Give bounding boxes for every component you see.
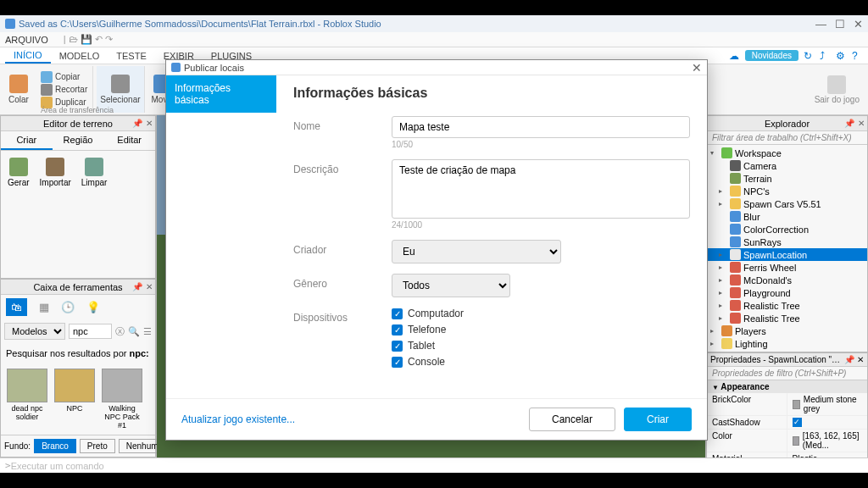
props-search-input[interactable]: Propriedades de filtro (Ctrl+Shift+P) bbox=[707, 366, 867, 380]
genre-select[interactable]: Todos bbox=[392, 274, 510, 297]
tree-node-sunrays[interactable]: SunRays bbox=[707, 236, 867, 248]
toolbox-tab-marketplace[interactable]: 🛍 bbox=[6, 298, 27, 316]
maximize-icon[interactable]: ☐ bbox=[835, 18, 845, 30]
toolbox-category-select[interactable]: Modelos bbox=[4, 323, 65, 340]
novidades-button[interactable]: Novidades bbox=[745, 50, 798, 61]
prop-row-material[interactable]: MaterialPlastic bbox=[707, 452, 867, 458]
tree-node-colorcorrection[interactable]: ColorCorrection bbox=[707, 223, 867, 236]
toolbox-item[interactable]: dead npc soldier bbox=[6, 369, 48, 430]
recortar-button[interactable]: Recortar bbox=[41, 84, 87, 96]
desc-input[interactable] bbox=[392, 159, 690, 219]
tree-node-npc-s[interactable]: ▸NPC's bbox=[707, 185, 867, 197]
pin-icon[interactable]: 📌 bbox=[844, 355, 854, 364]
panel-close-icon[interactable]: ✕ bbox=[146, 282, 153, 291]
settings-icon[interactable]: ⚙ bbox=[836, 50, 847, 61]
bg-branco-button[interactable]: Branco bbox=[34, 439, 76, 453]
genre-label: Gênero bbox=[293, 274, 378, 297]
terrain-importar-button[interactable]: Importar bbox=[40, 158, 71, 187]
prop-row-color[interactable]: Color[163, 162, 165] (Med... bbox=[707, 430, 867, 452]
minimize-icon[interactable]: — bbox=[815, 18, 826, 30]
publish-dialog: Publicar locais ✕ Informações básicas In… bbox=[165, 59, 708, 441]
tree-node-workspace[interactable]: ▾Workspace bbox=[707, 147, 867, 159]
tree-node-players[interactable]: ▸Players bbox=[707, 324, 867, 337]
device-console-checkbox[interactable]: ✓Console bbox=[392, 356, 690, 368]
creator-select[interactable]: Eu bbox=[392, 240, 561, 263]
qat-separator: | 🗁 💾 ↶ ↷ bbox=[64, 34, 113, 45]
toolbox-panel-header: Caixa de ferramentas 📌✕ bbox=[1, 280, 155, 295]
desc-counter: 24/1000 bbox=[392, 220, 690, 230]
devices-label: Dispositivos bbox=[293, 308, 378, 368]
refresh-icon[interactable]: ↻ bbox=[804, 50, 815, 61]
tree-node-blur[interactable]: Blur bbox=[707, 210, 867, 223]
panel-close-icon[interactable]: ✕ bbox=[857, 355, 864, 364]
prop-row-castshadow[interactable]: CastShadow✓ bbox=[707, 416, 867, 430]
creator-label: Criador bbox=[293, 240, 378, 263]
name-counter: 10/50 bbox=[392, 140, 690, 149]
tree-node-spawnlocation[interactable]: ▸SpawnLocation bbox=[707, 248, 867, 261]
tab-teste[interactable]: TESTE bbox=[108, 49, 154, 63]
tree-node-terrain[interactable]: Terrain bbox=[707, 172, 867, 185]
colar-button[interactable]: Colar bbox=[5, 66, 32, 113]
explorer-tree: ▾WorkspaceCameraTerrain▸NPC's▸Spawn Cars… bbox=[707, 145, 867, 352]
explorer-panel-header: Explorador 📌✕ bbox=[707, 116, 867, 131]
tree-node-ferris-wheel[interactable]: ▸Ferris Wheel bbox=[707, 261, 867, 274]
toolbox-item[interactable]: Walking NPC Pack #1 bbox=[101, 369, 143, 430]
device-telefone-checkbox[interactable]: ✓Telefone bbox=[392, 324, 690, 336]
terrain-tab-criar[interactable]: Criar bbox=[1, 131, 53, 150]
pin-icon[interactable]: 📌 bbox=[132, 282, 142, 291]
cloud-icon[interactable]: ☁ bbox=[729, 50, 740, 61]
toolbox-tab-inventory[interactable]: ▦ bbox=[39, 301, 49, 313]
toolbox-tab-recent[interactable]: 🕒 bbox=[61, 301, 75, 313]
share-icon[interactable]: ⤴ bbox=[820, 50, 831, 61]
tree-node-spawn-cars-v5-51[interactable]: ▸Spawn Cars V5.51 bbox=[707, 197, 867, 210]
dialog-heading: Informações básicas bbox=[293, 86, 690, 101]
side-item-informacoes[interactable]: Informações básicas bbox=[166, 75, 276, 113]
terrain-tab-editar[interactable]: Editar bbox=[103, 131, 155, 150]
update-existing-link[interactable]: Atualizar jogo existente... bbox=[181, 413, 295, 425]
explorer-search-input[interactable]: Filtrar área de trabalho (Ctrl+Shift+X) bbox=[707, 131, 867, 145]
menubar: ARQUIVO | 🗁 💾 ↶ ↷ bbox=[0, 32, 868, 47]
help-icon[interactable]: ? bbox=[852, 50, 863, 61]
toolbox-item[interactable]: NPC bbox=[53, 369, 96, 430]
tab-inicio[interactable]: INÍCIO bbox=[5, 48, 51, 64]
device-computador-checkbox[interactable]: ✓Computador bbox=[392, 308, 690, 319]
terrain-gerar-button[interactable]: Gerar bbox=[8, 158, 30, 187]
tree-node-lighting[interactable]: ▸Lighting bbox=[707, 337, 867, 350]
name-input[interactable] bbox=[392, 116, 690, 138]
sair-jogo-button[interactable]: Sair do jogo bbox=[811, 66, 863, 113]
desc-label: Descrição bbox=[293, 159, 378, 230]
create-button[interactable]: Criar bbox=[624, 408, 692, 431]
close-icon[interactable]: ✕ bbox=[854, 18, 863, 30]
terrain-panel-header: Editor de terreno 📌✕ bbox=[1, 116, 155, 131]
name-label: Nome bbox=[293, 116, 378, 149]
props-category-appearance[interactable]: ▼ Appearance bbox=[707, 380, 867, 393]
toolbox-tab-lamp[interactable]: 💡 bbox=[86, 301, 100, 313]
panel-close-icon[interactable]: ✕ bbox=[146, 119, 153, 128]
device-tablet-checkbox[interactable]: ✓Tablet bbox=[392, 340, 690, 352]
pin-icon[interactable]: 📌 bbox=[132, 119, 142, 128]
bg-preto-button[interactable]: Preto bbox=[80, 439, 115, 453]
cancel-button[interactable]: Cancelar bbox=[529, 408, 615, 431]
terrain-limpar-button[interactable]: Limpar bbox=[81, 158, 108, 187]
terrain-tab-regiao[interactable]: Região bbox=[53, 131, 104, 150]
dialog-close-icon[interactable]: ✕ bbox=[692, 61, 702, 75]
filter-icon[interactable]: ☰ bbox=[143, 326, 152, 337]
tree-node-realistic-tree[interactable]: ▸Realistic Tree bbox=[707, 312, 867, 324]
tree-node-mcdonald-s[interactable]: ▸McDonald's bbox=[707, 274, 867, 286]
command-bar-input[interactable]: > Executar um comando bbox=[0, 458, 868, 473]
search-icon[interactable]: 🔍 bbox=[128, 326, 140, 337]
panel-close-icon[interactable]: ✕ bbox=[858, 119, 865, 128]
tree-node-playground[interactable]: ▸Playground bbox=[707, 286, 867, 299]
copiar-button[interactable]: Copiar bbox=[41, 71, 87, 83]
toolbox-search-input[interactable] bbox=[69, 324, 112, 339]
pin-icon[interactable]: 📌 bbox=[844, 119, 854, 128]
prop-row-brickcolor[interactable]: BrickColorMedium stone grey bbox=[707, 393, 867, 416]
title-text: Saved as C:\Users\Guilherme Sommadossi\D… bbox=[19, 19, 381, 29]
titlebar: Saved as C:\Users\Guilherme Sommadossi\D… bbox=[0, 15, 868, 32]
dialog-icon bbox=[171, 63, 181, 72]
clear-icon[interactable]: ⓧ bbox=[115, 325, 125, 338]
tab-modelo[interactable]: MODELO bbox=[51, 49, 108, 63]
tree-node-realistic-tree[interactable]: ▸Realistic Tree bbox=[707, 299, 867, 312]
menu-arquivo[interactable]: ARQUIVO bbox=[5, 35, 48, 45]
tree-node-camera[interactable]: Camera bbox=[707, 159, 867, 172]
